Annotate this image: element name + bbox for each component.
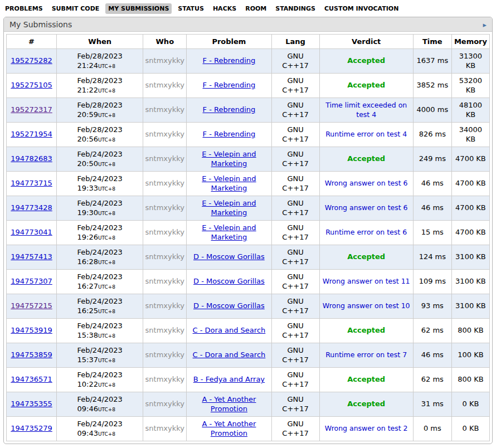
table-row: 194782683 Feb/24/2023 20:50UTC+8 sntmxyk… bbox=[7, 147, 490, 172]
problem-link[interactable]: F - Rebrending bbox=[203, 105, 256, 114]
submission-id-link[interactable]: 194736571 bbox=[11, 375, 52, 383]
submission-id-link[interactable]: 195272317 bbox=[11, 105, 52, 114]
time-used: 0 ms bbox=[424, 424, 441, 432]
problem-link[interactable]: D - Moscow Gorillas bbox=[193, 277, 265, 285]
submission-memory-used-cell: 48100 KB bbox=[451, 98, 489, 123]
verdict-text: Wrong answer on test 2 bbox=[325, 424, 408, 432]
submission-id-link[interactable]: 194735355 bbox=[11, 400, 52, 408]
problem-link[interactable]: D - Moscow Gorillas bbox=[193, 301, 265, 310]
submission-verdict-cell: Accepted bbox=[319, 368, 413, 392]
submission-problem-cell: F - Rebrending bbox=[187, 49, 271, 74]
table-row: 195275282 Feb/28/2023 21:24UTC+8 sntmxyk… bbox=[7, 49, 490, 74]
table-row: 195272317 Feb/28/2023 20:59UTC+8 sntmxyk… bbox=[7, 98, 490, 123]
submission-lang-cell: GNU C++17 bbox=[271, 343, 319, 368]
submission-id-link[interactable]: 194753919 bbox=[11, 326, 52, 334]
submission-id-link[interactable]: 195275282 bbox=[11, 56, 52, 65]
submission-id-link[interactable]: 194773428 bbox=[11, 203, 52, 212]
submission-time-used-cell: 31 ms bbox=[413, 392, 451, 417]
submission-verdict-cell: Accepted bbox=[319, 245, 413, 270]
submission-verdict-cell: Accepted bbox=[319, 319, 413, 343]
nav-item-submit-code[interactable]: SUBMIT CODE bbox=[49, 3, 103, 14]
submission-author: sntmxykky bbox=[145, 56, 184, 65]
problem-link[interactable]: C - Dora and Search bbox=[193, 350, 266, 359]
table-row: 194753919 Feb/24/2023 15:38UTC+8 sntmxyk… bbox=[7, 319, 490, 343]
submission-id-link[interactable]: 194757413 bbox=[11, 252, 52, 261]
problem-link[interactable]: E - Velepin and Marketing bbox=[202, 223, 256, 241]
problem-link[interactable]: F - Rebrending bbox=[203, 81, 256, 89]
submission-who-cell: sntmxykky bbox=[143, 49, 187, 74]
table-row: 194736571 Feb/24/2023 10:22UTC+8 sntmxyk… bbox=[7, 368, 490, 392]
submission-time: 20:50 bbox=[77, 159, 98, 168]
panel-caption: My Submissions ▸ bbox=[4, 17, 492, 32]
nav-item-custom-invocation[interactable]: CUSTOM INVOCATION bbox=[322, 3, 401, 14]
submission-language: GNU C++17 bbox=[281, 76, 310, 95]
submission-id-link[interactable]: 194782683 bbox=[11, 154, 52, 163]
submission-when-cell: Feb/24/2023 15:38UTC+8 bbox=[57, 319, 143, 343]
submission-time: 15:37 bbox=[77, 356, 98, 364]
submission-who-cell: sntmxykky bbox=[143, 147, 187, 172]
submission-id-cell: 195271954 bbox=[7, 123, 57, 147]
submission-id-link[interactable]: 194735279 bbox=[11, 424, 52, 432]
problem-link[interactable]: E - Velepin and Marketing bbox=[202, 174, 256, 192]
problem-link[interactable]: A - Yet Another Promotion bbox=[202, 420, 256, 437]
expand-arrow-icon[interactable]: ▸ bbox=[483, 21, 487, 28]
nav-item-status[interactable]: STATUS bbox=[175, 3, 207, 14]
submission-id-cell: 194773715 bbox=[7, 172, 57, 196]
problem-link[interactable]: D - Moscow Gorillas bbox=[193, 252, 265, 261]
submission-time-used-cell: 46 ms bbox=[413, 196, 451, 221]
nav-item-standings[interactable]: STANDINGS bbox=[273, 3, 318, 14]
submission-time-used-cell: 249 ms bbox=[413, 147, 451, 172]
problem-link[interactable]: E - Velepin and Marketing bbox=[202, 199, 256, 217]
verdict-text: Accepted bbox=[347, 81, 385, 89]
problem-link[interactable]: E - Velepin and Marketing bbox=[202, 150, 256, 168]
problem-link[interactable]: C - Dora and Search bbox=[193, 326, 266, 334]
problem-link[interactable]: A - Yet Another Promotion bbox=[202, 395, 256, 413]
submission-id-link[interactable]: 194753859 bbox=[11, 350, 52, 359]
submission-timezone: UTC+8 bbox=[98, 186, 115, 192]
submission-id-cell: 194782683 bbox=[7, 147, 57, 172]
problem-link[interactable]: F - Rebrending bbox=[203, 130, 256, 138]
problem-link[interactable]: F - Rebrending bbox=[203, 56, 256, 65]
submission-id-link[interactable]: 194773715 bbox=[11, 179, 52, 187]
memory-used: 3100 KB bbox=[455, 301, 486, 310]
submission-id-link[interactable]: 194773041 bbox=[11, 228, 52, 236]
col-header-number: # bbox=[7, 35, 57, 49]
time-used: 4000 ms bbox=[417, 105, 449, 114]
table-wrapper: # When Who Problem Lang Verdict Time Mem… bbox=[4, 32, 492, 444]
submission-id-cell: 194757215 bbox=[7, 294, 57, 319]
submission-time: 16:27 bbox=[77, 282, 98, 290]
submission-time: 19:33 bbox=[77, 184, 98, 192]
memory-used: 0 KB bbox=[463, 424, 479, 432]
nav-item-problems[interactable]: PROBLEMS bbox=[2, 3, 46, 14]
submission-lang-cell: GNU C++17 bbox=[271, 98, 319, 123]
submission-id-link[interactable]: 194757307 bbox=[11, 277, 52, 285]
verdict-text: Wrong answer on test 10 bbox=[323, 301, 410, 310]
problem-link[interactable]: B - Fedya and Array bbox=[193, 375, 265, 383]
submission-id-link[interactable]: 194757215 bbox=[11, 301, 52, 310]
submission-timezone: UTC+8 bbox=[98, 88, 115, 94]
time-used: 1637 ms bbox=[417, 56, 449, 65]
memory-used: 31300 KB bbox=[459, 52, 482, 70]
submission-language: GNU C++17 bbox=[281, 420, 310, 439]
time-used: 46 ms bbox=[421, 350, 444, 359]
submission-date: Feb/24/2023 bbox=[77, 420, 122, 428]
submission-id-link[interactable]: 195271954 bbox=[11, 130, 52, 138]
time-used: 124 ms bbox=[419, 252, 446, 261]
submission-time: 19:26 bbox=[77, 233, 98, 241]
submission-date: Feb/24/2023 bbox=[77, 371, 122, 379]
nav-item-room[interactable]: ROOM bbox=[242, 3, 269, 14]
submission-when-cell: Feb/28/2023 20:56UTC+8 bbox=[57, 123, 143, 147]
submission-id-link[interactable]: 195275105 bbox=[11, 81, 52, 89]
nav-item-my-submissions[interactable]: MY SUBMISSIONS bbox=[105, 3, 172, 14]
nav-item-hacks[interactable]: HACKS bbox=[210, 3, 239, 14]
submission-problem-cell: A - Yet Another Promotion bbox=[187, 392, 271, 417]
submission-timezone: UTC+8 bbox=[98, 407, 115, 412]
submission-author: sntmxykky bbox=[145, 81, 184, 89]
submission-id-cell: 194757307 bbox=[7, 270, 57, 294]
submission-who-cell: sntmxykky bbox=[143, 368, 187, 392]
submission-timezone: UTC+8 bbox=[98, 162, 115, 167]
verdict-text: Accepted bbox=[347, 400, 385, 408]
contest-nav: PROBLEMSSUBMIT CODEMY SUBMISSIONSSTATUSH… bbox=[0, 0, 496, 16]
verdict-text: Wrong answer on test 11 bbox=[323, 277, 410, 285]
submission-memory-used-cell: 3100 KB bbox=[451, 270, 489, 294]
